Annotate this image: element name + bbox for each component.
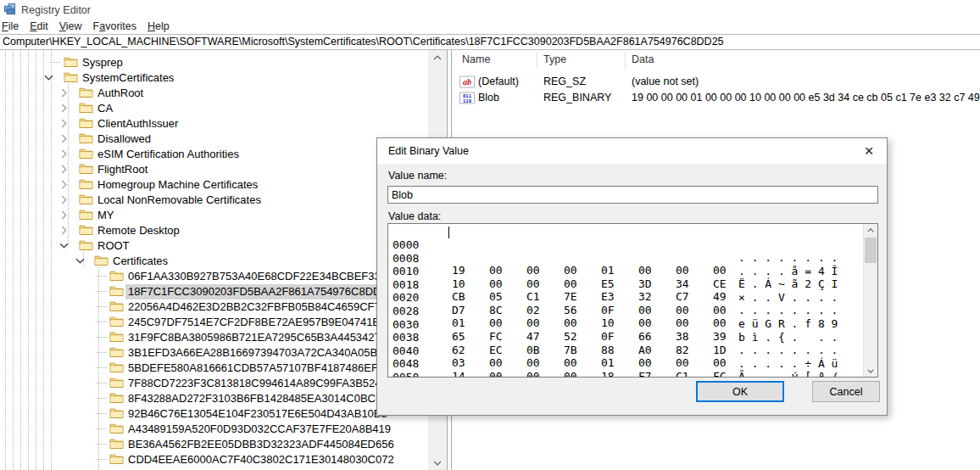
hex-byte[interactable]: D7 — [452, 304, 489, 316]
chevron-right-icon[interactable] — [59, 179, 70, 189]
tree-item-label[interactable]: 245C97DF7514E7CF2DF8BE72AE957B9E04741E85 — [125, 315, 396, 330]
hex-byte[interactable]: 00 — [564, 277, 601, 290]
hex-byte[interactable]: 8C — [489, 304, 526, 316]
dialog-title-bar[interactable]: Edit Binary Value × — [377, 138, 887, 164]
chevron-right-icon[interactable] — [59, 118, 70, 128]
hex-byte[interactable]: 66 — [638, 330, 676, 343]
hex-byte[interactable]: FC — [489, 330, 526, 343]
tree-item[interactable]: BE36A4562FB2EE05DBB3D32323ADF445084ED656 — [0, 436, 428, 451]
tree-item[interactable]: 5BDEFE580A816661CDB57A57107BF4187486EFCC — [0, 360, 428, 375]
tree-item-label[interactable]: FlightRoot — [95, 162, 151, 177]
tree-item[interactable]: 92B46C76E13054E104F230517E6E504D43AB10B5 — [0, 406, 428, 421]
tree-item-label[interactable]: A43489159A520F0D93D032CCAF37E7FE20A8B419 — [125, 422, 394, 437]
scroll-thumb[interactable] — [865, 238, 877, 263]
hex-byte[interactable]: 52 — [564, 330, 601, 343]
hex-byte[interactable]: 00 — [526, 370, 564, 377]
hex-byte[interactable]: 00 — [489, 370, 526, 377]
value-name[interactable]: (Default) — [478, 76, 519, 87]
hex-byte[interactable]: 00 — [489, 264, 526, 277]
hex-row[interactable]: 0000 . . . . . . . . 1900000001000000 — [388, 226, 415, 239]
scroll-up-icon[interactable] — [864, 224, 877, 236]
tree-item[interactable] — [0, 467, 428, 470]
scroll-up-icon[interactable] — [428, 50, 447, 64]
hex-byte[interactable]: 00 — [526, 316, 564, 329]
tree-item-label[interactable]: ROOT — [95, 238, 133, 254]
column-header-type[interactable]: Type — [543, 53, 566, 65]
value-row[interactable]: ab (Default) REG_SZ (value not set) — [453, 75, 980, 90]
chevron-right-icon[interactable] — [59, 225, 70, 235]
hex-row[interactable]: 0020 . . . . . . . . 0100000010000000 — [388, 278, 415, 292]
tree-item-label[interactable]: Local NonRemovable Certificates — [95, 193, 264, 208]
tree-item-label[interactable]: CDD4EEAE6000AC7F40C3802C171E30148030C072 — [125, 452, 398, 467]
hex-row[interactable]: 0018 × . . V . . . . D78C02560F000000 — [388, 266, 415, 279]
hex-row[interactable]: 0048 Ã . . . ý [ ª / C3090203FD5BAA2F — [388, 344, 415, 358]
hex-byte[interactable]: 00 — [526, 356, 564, 369]
hex-byte[interactable]: 00 — [489, 356, 526, 369]
hex-row[interactable]: 0010 Ë . Á ~ ã 2 Ç I CB05C17EE332C749 — [388, 252, 415, 266]
chevron-right-icon[interactable] — [59, 133, 70, 143]
hex-byte[interactable]: E3 — [601, 290, 638, 303]
hex-byte[interactable]: 32 — [638, 290, 676, 303]
tree-item-label[interactable]: Remote Desktop — [95, 223, 183, 238]
tree-item[interactable]: 245C97DF7514E7CF2DF8BE72AE957B9E04741E85 — [0, 314, 428, 329]
hex-byte[interactable]: 10 — [601, 316, 638, 329]
chevron-right-icon[interactable] — [59, 87, 70, 98]
tree-item-label[interactable]: Certificates — [110, 254, 171, 269]
tree-item[interactable]: 8F43288AD272F3103B6FB1428485EA3014C0BCFE — [0, 390, 428, 406]
hex-byte[interactable]: 10 — [452, 277, 489, 290]
value-data-hex-editor[interactable]: 0000 . . . . . . . . 1900000001000000 00… — [387, 223, 878, 378]
tree-item-label[interactable]: Disallowed — [95, 131, 154, 147]
column-header-data[interactable]: Data — [632, 53, 654, 65]
hex-byte[interactable]: 00 — [526, 277, 564, 290]
chevron-down-icon[interactable] — [44, 72, 54, 82]
hex-byte[interactable]: 56 — [564, 304, 601, 316]
tree-item-label[interactable]: Homegroup Machine Certificates — [95, 177, 261, 193]
chevron-right-icon[interactable] — [59, 194, 70, 204]
address-bar-input[interactable]: Computer\HKEY_LOCAL_MACHINE\SOFTWARE\Mic… — [0, 34, 980, 50]
tree-item[interactable]: 06F1AA330B927B753A40E68CDF22E34BCBEF3352 — [0, 268, 428, 283]
column-header-name[interactable]: Name — [462, 53, 490, 65]
hex-byte[interactable]: 00 — [489, 277, 526, 290]
hex-byte[interactable]: 00 — [676, 316, 713, 329]
tree-item[interactable]: Remote Desktop — [0, 222, 428, 238]
tree-item[interactable]: Homegroup Machine Certificates — [0, 176, 428, 192]
hex-byte[interactable]: 00 — [564, 264, 601, 277]
hex-byte[interactable]: 19 — [452, 264, 489, 277]
tree-item-label[interactable]: CA — [95, 101, 116, 116]
hex-byte[interactable]: 82 — [676, 344, 713, 356]
scroll-down-icon[interactable] — [428, 456, 447, 470]
hex-byte[interactable]: 00 — [676, 356, 713, 369]
scroll-down-icon[interactable] — [864, 365, 877, 377]
value-name-input[interactable] — [387, 186, 878, 204]
tree-item-label[interactable]: 06F1AA330B927B753A40E68CDF22E34BCBEF3352 — [125, 269, 396, 284]
hex-scrollbar[interactable] — [863, 224, 877, 377]
ok-button[interactable]: OK — [696, 381, 784, 402]
tree-item-label[interactable]: eSIM Certification Authorities — [95, 147, 242, 162]
hex-byte[interactable]: F7 — [638, 370, 676, 377]
hex-row[interactable]: 0030 b ì . { . . . 62EC0B7B88A0821D — [388, 305, 415, 319]
chevron-right-icon[interactable] — [59, 148, 70, 159]
hex-byte[interactable]: 00 — [638, 264, 676, 277]
value-name[interactable]: Blob — [478, 92, 499, 104]
hex-byte[interactable]: 88 — [601, 344, 638, 356]
hex-byte[interactable]: 34 — [676, 277, 713, 290]
hex-byte[interactable]: 00 — [526, 264, 564, 277]
hex-byte[interactable]: CB — [452, 290, 489, 303]
hex-byte[interactable]: 0B — [526, 344, 564, 356]
hex-byte[interactable]: 00 — [564, 356, 601, 369]
hex-byte[interactable]: E5 — [601, 277, 638, 290]
tree-item-label[interactable]: AuthRoot — [95, 86, 147, 101]
hex-byte[interactable]: 00 — [564, 316, 601, 329]
hex-byte[interactable]: EC — [489, 344, 526, 356]
hex-byte[interactable]: 00 — [676, 304, 713, 316]
tree-item[interactable]: 22056A4D462E3D2BB2C32FBFB05B84C4659CF7FE — [0, 299, 428, 314]
chevron-right-icon[interactable] — [59, 164, 70, 174]
chevron-down-icon[interactable] — [59, 240, 70, 250]
tree-item-label[interactable]: BE36A4562FB2EE05DBB3D32323ADF445084ED656 — [125, 437, 398, 452]
hex-byte[interactable]: 18 — [601, 370, 638, 377]
hex-byte[interactable]: 00 — [638, 304, 676, 316]
hex-row[interactable]: 0008 . . . . å = 4 Î 10000000E53D34CE — [388, 239, 415, 253]
tree-item[interactable]: CDD4EEAE6000AC7F40C3802C171E30148030C072 — [0, 451, 428, 467]
hex-byte[interactable]: 00 — [676, 264, 713, 277]
cancel-button[interactable]: Cancel — [812, 381, 880, 402]
